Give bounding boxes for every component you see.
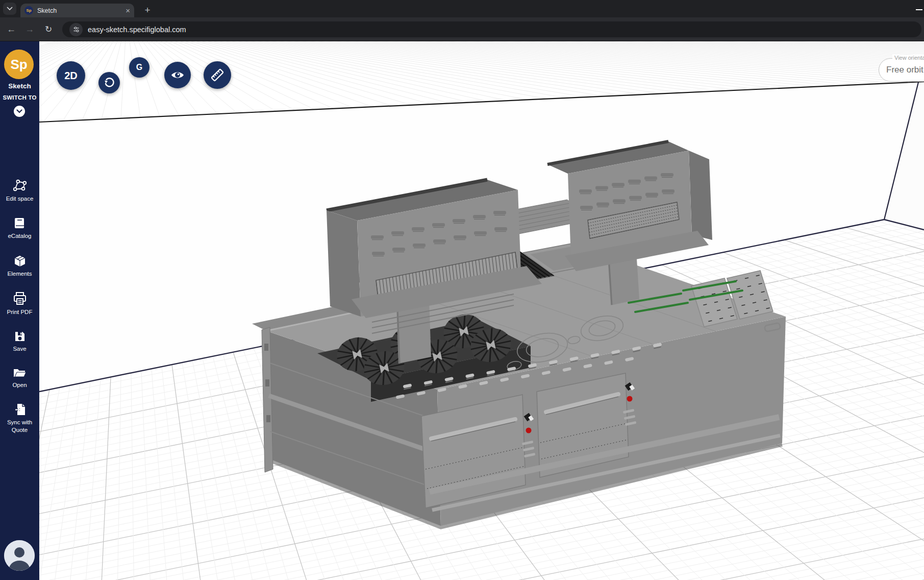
browser-tab[interactable]: Sp Sketch × [20, 4, 134, 17]
grid-button[interactable]: G [129, 57, 149, 78]
design-3d-canvas[interactable] [39, 41, 924, 580]
view-orientation-select[interactable]: View orienta Free orbit [879, 58, 924, 82]
sync-quote-icon [13, 403, 27, 416]
sidebar-item-print-pdf[interactable]: Print PDF [0, 292, 39, 316]
sidebar-item-ecatalog[interactable]: eCatalog [0, 216, 39, 239]
address-bar[interactable]: easy-sketch.specifiglobal.com ★ [62, 21, 921, 37]
reload-button[interactable]: ↻ [41, 22, 56, 36]
sidebar-item-edit-space[interactable]: Edit space [0, 178, 39, 202]
chevron-down-icon [7, 7, 13, 11]
chevron-down-icon [16, 109, 22, 113]
tune-icon [72, 26, 80, 33]
undo-button[interactable] [98, 72, 120, 93]
tab-favicon: Sp [24, 6, 33, 15]
sidebar-item-sync-with-quote[interactable]: Sync with Quote [0, 403, 39, 433]
view-2d-button[interactable]: 2D [57, 61, 85, 90]
sidebar-item-elements[interactable]: Elements [0, 254, 39, 277]
printer-icon [13, 292, 27, 306]
open-folder-icon [13, 367, 27, 379]
tab-close-icon[interactable]: × [126, 7, 130, 14]
tab-strip: Sp Sketch × + [0, 0, 924, 17]
app-name: Sketch [0, 82, 39, 90]
browser-toolbar: ← → ↻ easy-sketch.specifiglobal.com ★ [0, 17, 924, 41]
site-settings-icon[interactable] [69, 23, 83, 36]
forward-button[interactable]: → [22, 22, 37, 36]
cube-icon [13, 254, 27, 268]
visibility-button[interactable] [164, 62, 191, 88]
edit-space-icon [12, 178, 28, 192]
url-text[interactable]: easy-sketch.specifiglobal.com [88, 26, 186, 34]
window-minimize-button[interactable] [916, 9, 922, 10]
book-icon [14, 216, 26, 230]
measure-button[interactable] [204, 61, 231, 89]
ruler-icon [210, 67, 225, 83]
user-avatar[interactable] [4, 540, 35, 571]
back-button[interactable]: ← [4, 22, 18, 36]
undo-icon [104, 77, 115, 88]
tab-title: Sketch [37, 7, 122, 14]
switch-to-label: SWITCH TO [0, 94, 39, 101]
tab-search-button[interactable] [3, 3, 16, 15]
view-orientation-value: Free orbit [886, 59, 923, 81]
eye-icon [170, 70, 185, 80]
sidebar: Sp Sketch SWITCH TO Edit space eCatalog [0, 41, 39, 580]
save-icon [14, 330, 26, 343]
sidebar-item-save[interactable]: Save [0, 330, 39, 352]
new-tab-button[interactable]: + [141, 4, 154, 17]
person-icon [4, 540, 35, 571]
switch-to-button[interactable] [14, 106, 25, 117]
sidebar-item-open[interactable]: Open [0, 367, 39, 389]
app-logo: Sp [4, 50, 34, 79]
